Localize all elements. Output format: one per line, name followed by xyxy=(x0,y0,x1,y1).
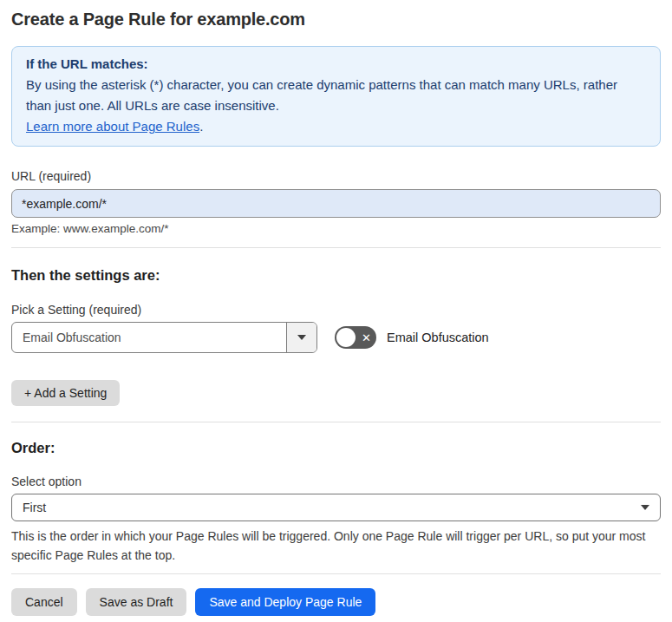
learn-more-link[interactable]: Learn more about Page Rules xyxy=(26,119,199,134)
cancel-button[interactable]: Cancel xyxy=(11,588,77,616)
setting-select-value: Email Obfuscation xyxy=(12,323,286,352)
save-as-draft-button[interactable]: Save as Draft xyxy=(86,588,187,616)
url-input[interactable] xyxy=(11,189,661,218)
setting-select-arrow-button[interactable] xyxy=(286,323,316,352)
pick-setting-label: Pick a Setting (required) xyxy=(11,303,661,317)
email-obfuscation-toggle[interactable]: ✕ xyxy=(335,326,376,349)
order-helper-text: This is the order in which your Page Rul… xyxy=(11,527,657,565)
order-heading: Order: xyxy=(11,440,661,456)
chevron-down-icon xyxy=(297,335,306,340)
order-select[interactable]: First xyxy=(11,494,661,521)
divider xyxy=(11,573,661,574)
url-label: URL (required) xyxy=(11,169,661,183)
divider xyxy=(11,247,661,248)
save-and-deploy-button[interactable]: Save and Deploy Page Rule xyxy=(195,588,375,616)
url-match-info-box: If the URL matches: By using the asteris… xyxy=(11,46,661,147)
page-title: Create a Page Rule for example.com xyxy=(11,0,661,29)
x-icon: ✕ xyxy=(362,332,371,344)
setting-select[interactable]: Email Obfuscation xyxy=(11,322,317,353)
toggle-setting-label: Email Obfuscation xyxy=(387,331,489,344)
setting-row: Email Obfuscation ✕ Email Obfuscation xyxy=(11,322,661,353)
order-select-value: First xyxy=(23,501,46,514)
select-option-label: Select option xyxy=(11,475,661,488)
link-suffix: . xyxy=(199,119,203,134)
settings-heading: Then the settings are: xyxy=(11,267,661,284)
info-box-body: By using the asterisk (*) character, you… xyxy=(26,75,646,116)
toggle-knob xyxy=(336,328,356,347)
info-box-heading: If the URL matches: xyxy=(26,54,646,75)
add-setting-button[interactable]: + Add a Setting xyxy=(11,380,120,406)
page-rule-form: Create a Page Rule for example.com If th… xyxy=(0,0,672,616)
chevron-down-icon xyxy=(641,505,649,510)
url-example-helper: Example: www.example.com/* xyxy=(11,222,661,235)
info-box-link-line: Learn more about Page Rules. xyxy=(26,116,646,137)
divider xyxy=(11,422,661,422)
footer-actions: Cancel Save as Draft Save and Deploy Pag… xyxy=(11,588,661,616)
